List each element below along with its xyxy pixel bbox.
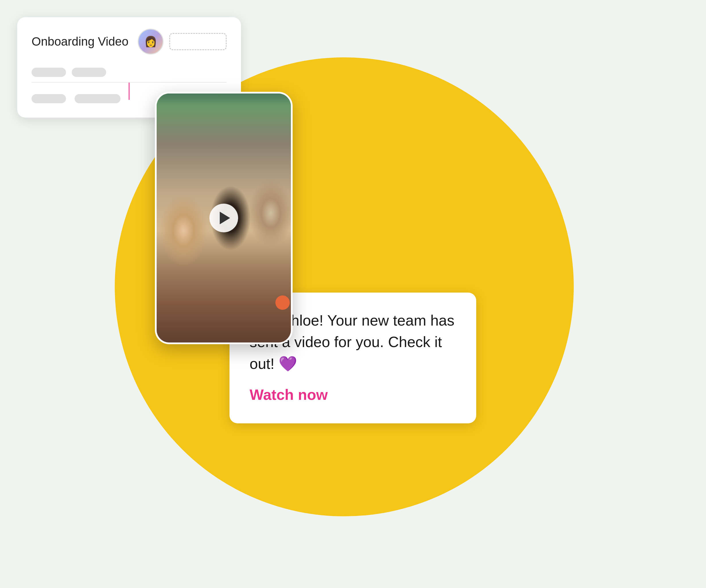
dashed-placeholder <box>169 33 227 50</box>
timeline-pill-bottom-1 <box>32 94 66 103</box>
play-button[interactable] <box>209 204 238 232</box>
play-icon <box>220 212 230 224</box>
timeline-pill-2 <box>72 68 106 77</box>
watch-now-link[interactable]: Watch now <box>249 386 328 403</box>
timeline-cursor <box>129 83 130 100</box>
timeline-line <box>32 82 227 83</box>
onboarding-card-header: Onboarding Video 👩 <box>32 29 227 54</box>
heart-emoji: 💜 <box>279 355 297 372</box>
timeline-row-1 <box>32 68 227 77</box>
phone-video-area <box>157 93 291 343</box>
timeline-pill-bottom-2 <box>75 94 120 103</box>
timeline-pill-1 <box>32 68 66 77</box>
avatar: 👩 <box>138 29 163 54</box>
onboarding-title: Onboarding Video <box>32 35 138 48</box>
phone-mockup <box>155 92 292 344</box>
orange-dot-accent <box>275 296 290 310</box>
